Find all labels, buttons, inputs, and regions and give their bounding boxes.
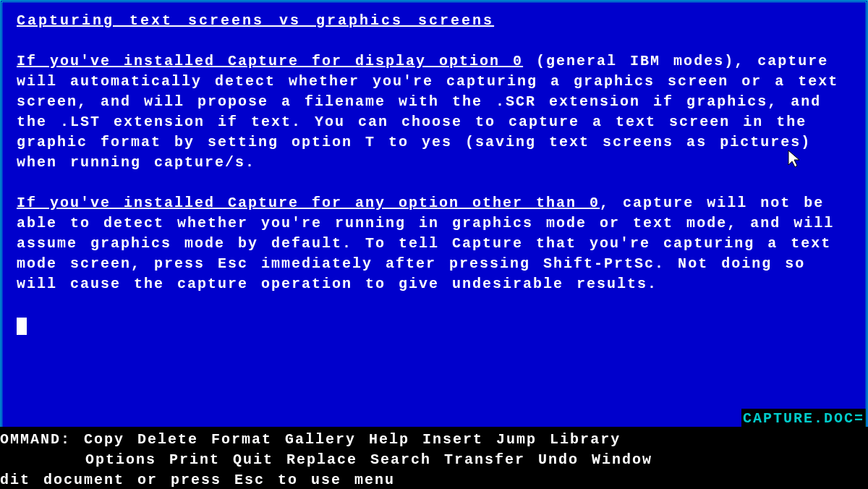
document-filename: CAPTURE.DOC= bbox=[741, 409, 866, 429]
paragraph-1: If you've installed Capture for display … bbox=[17, 51, 851, 173]
command-hint: dit document or press Esc to use menu bbox=[0, 470, 868, 489]
document-editor-area[interactable]: Capturing text screens vs graphics scree… bbox=[0, 0, 868, 427]
command-label: OMMAND: bbox=[0, 431, 71, 448]
paragraph-1-lead: If you've installed Capture for display … bbox=[17, 53, 523, 69]
menu-items-row-2[interactable]: Options Print Quit Replace Search Transf… bbox=[85, 451, 652, 468]
document-heading: Capturing text screens vs graphics scree… bbox=[17, 11, 494, 31]
command-menu-area[interactable]: OMMAND: Copy Delete Format Gallery Help … bbox=[0, 427, 868, 489]
command-row-2: Options Print Quit Replace Search Transf… bbox=[0, 450, 868, 470]
command-row-1: OMMAND: Copy Delete Format Gallery Help … bbox=[0, 430, 868, 450]
menu-items-row-1[interactable]: Copy Delete Format Gallery Help Insert J… bbox=[84, 431, 621, 448]
paragraph-2: If you've installed Capture for any opti… bbox=[17, 193, 851, 294]
paragraph-2-lead: If you've installed Capture for any opti… bbox=[17, 195, 600, 211]
text-cursor bbox=[17, 318, 27, 335]
paragraph-1-body: (general IBM modes), capture will automa… bbox=[17, 53, 838, 171]
